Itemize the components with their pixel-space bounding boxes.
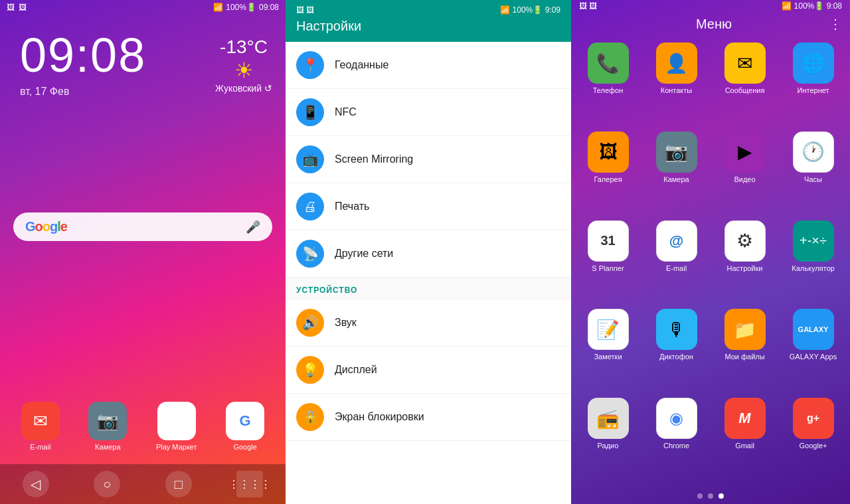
dock-playstore[interactable]: ▶ Play Маркет [156,402,197,451]
mic-icon[interactable]: 🎤 [246,220,260,234]
dock-google[interactable]: G Google [226,402,264,451]
settings-status-left: 🖼 🖼 [296,5,314,15]
messages-icon: ✉ [724,42,766,84]
lockscreen-settings-label: Экран блокировки [335,411,424,423]
app-gallery[interactable]: 🖼 Галерея [576,131,639,215]
dock-email[interactable]: ✉ E-mail [21,402,60,451]
nfc-label: NFC [335,106,357,118]
phone-label: Телефон [593,86,624,95]
google-logo: Google [25,219,67,234]
phone-icon: 📞 [588,42,629,84]
menu-image-icon: 🖼 [589,1,597,11]
internet-label: Интернет [798,86,829,95]
dock-playstore-label: Play Маркет [156,443,197,451]
settings-signal: 📶 100%🔋 [500,5,543,15]
settings-item-nfc[interactable]: 📱 NFC [286,89,571,136]
menu-more-button[interactable]: ⋮ [829,16,842,32]
email-app-label: E-mail [666,264,687,273]
settings-item-sound[interactable]: 🔊 Звук [286,299,571,347]
settings-app-label: Настройки [727,264,763,273]
app-notes[interactable]: 📝 Заметки [576,309,639,392]
print-label: Печать [335,201,369,212]
menu-panel: 🖼 🖼 📶 100%🔋 9:08 Меню ⋮ 📞 Телефон 👤 Конт… [571,0,850,504]
dock-row: ✉ E-mail 📷 Камера ▶ Play Маркет G Google [0,402,286,451]
app-clock[interactable]: 🕐 Часы [782,131,845,215]
screen-mirroring-label: Screen Mirroring [335,153,413,165]
app-calculator[interactable]: +-×÷ Калькулятор [782,220,845,304]
app-radio[interactable]: 📻 Радио [576,398,639,481]
voice-recorder-icon: 🎙 [656,309,697,350]
google-search-bar[interactable]: Google 🎤 [13,212,272,241]
back-button[interactable]: ◁ [23,471,49,497]
settings-item-display[interactable]: 💡 Дисплей [286,347,571,394]
camera-app-icon: 📷 [656,131,697,173]
other-networks-icon: 📡 [296,240,324,268]
google-plus-label: Google+ [800,442,827,450]
notes-icon: 📝 [588,309,629,350]
calculator-label: Калькулятор [792,264,834,273]
menu-signal: 📶 100%🔋 [782,1,824,11]
internet-icon: 🌐 [793,42,834,84]
app-galaxy-apps[interactable]: GALAXY GALAXY Apps [782,309,845,392]
dock-camera[interactable]: 📷 Камера [88,402,127,451]
dock-google-label: Google [233,443,256,451]
playstore-icon: ▶ [157,402,196,440]
menu-title: Меню [599,17,829,32]
menu-dots-nav[interactable]: ⋮⋮⋮⋮ [236,471,263,497]
messages-label: Сообщения [725,86,765,95]
lockscreen-panel: 🖼 🖼 📶 100%🔋 09:08 09:08 вт, 17 Фев -13°C… [0,0,286,504]
display-icon: 💡 [296,356,324,384]
screen-mirroring-icon: 📺 [296,145,324,173]
email-app-icon: @ [656,220,697,262]
app-camera[interactable]: 📷 Камера [645,131,708,215]
menu-status-left: 🖼 🖼 [579,1,597,11]
app-internet[interactable]: 🌐 Интернет [782,42,845,126]
dot-1 [697,493,703,499]
settings-item-other-networks[interactable]: 📡 Другие сети [286,230,571,278]
app-splanner[interactable]: 31 S Planner [576,220,639,304]
camera-label: Камера [663,175,689,184]
settings-screenshot-icon: 🖼 [296,5,304,15]
home-button[interactable]: ○ [94,471,120,497]
settings-image-icon: 🖼 [306,5,314,15]
sun-icon: ☀ [215,58,272,83]
menu-screenshot-icon: 🖼 [579,1,587,11]
gallery-label: Галерея [594,175,622,184]
settings-item-screen-mirroring[interactable]: 📺 Screen Mirroring [286,136,571,183]
dot-3-active [719,493,724,499]
settings-item-print[interactable]: 🖨 Печать [286,183,571,230]
settings-item-lockscreen[interactable]: 🔒 Экран блокировки [286,394,571,441]
app-myfiles[interactable]: 📁 Мои файлы [713,309,776,392]
app-messages[interactable]: ✉ Сообщения [713,42,776,126]
camera-icon: 📷 [88,402,127,440]
other-networks-label: Другие сети [335,248,393,260]
app-contacts[interactable]: 👤 Контакты [645,42,708,126]
radio-icon: 📻 [588,398,629,439]
app-email[interactable]: @ E-mail [645,220,708,304]
settings-item-geodata[interactable]: 📍 Геоданные [286,42,571,89]
app-google-plus[interactable]: g+ Google+ [782,398,845,481]
menu-status-right: 📶 100%🔋 9:08 [782,1,842,11]
app-gmail[interactable]: M Gmail [713,398,776,481]
notes-label: Заметки [594,353,622,361]
refresh-icon[interactable]: ↺ [264,83,272,94]
app-settings[interactable]: ⚙ Настройки [713,220,776,304]
geodata-icon: 📍 [296,51,324,79]
app-phone[interactable]: 📞 Телефон [576,42,639,126]
menu-header: Меню ⋮ [571,12,850,36]
app-chrome[interactable]: ◉ Chrome [645,398,708,481]
chrome-icon: ◉ [656,398,697,439]
settings-list: 📍 Геоданные 📱 NFC 📺 Screen Mirroring 🖨 П… [286,42,571,504]
email-icon: ✉ [21,402,60,440]
clock-icon: 🕐 [793,131,834,173]
galaxy-apps-icon: GALAXY [793,309,834,350]
myfiles-label: Мои файлы [724,353,764,361]
menu-status-bar: 🖼 🖼 📶 100%🔋 9:08 [571,0,850,12]
lockscreen-status-bar: 🖼 🖼 📶 100%🔋 09:08 [0,0,286,15]
recents-button[interactable]: □ [165,471,192,497]
app-video[interactable]: ▶ Видео [713,131,776,215]
app-voice-recorder[interactable]: 🎙 Диктофон [645,309,708,392]
weather-widget: -13°C ☀ Жуковский ↺ [215,37,272,94]
clock-label: Часы [804,175,822,184]
contacts-label: Контакты [661,86,693,95]
